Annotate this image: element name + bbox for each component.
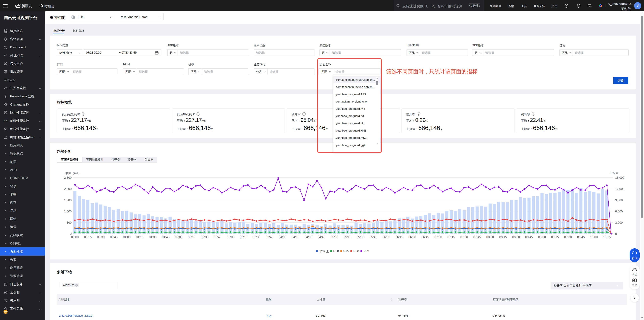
svg-text:01:15: 01:15 xyxy=(136,235,144,239)
svg-text:04:30: 04:30 xyxy=(305,235,312,239)
svg-text:500: 500 xyxy=(66,221,72,224)
svg-text:P50: P50 xyxy=(333,249,339,253)
svg-text:05:30: 05:30 xyxy=(356,235,364,239)
svg-text:08:00: 08:00 xyxy=(486,235,494,239)
svg-text:09:00: 09:00 xyxy=(538,235,546,239)
svg-text:12,000: 12,000 xyxy=(615,187,624,191)
svg-text:单位（ms）: 单位（ms） xyxy=(65,171,81,175)
svg-text:平均值: 平均值 xyxy=(319,249,329,253)
svg-text:0: 0 xyxy=(70,232,72,236)
svg-text:03:00: 03:00 xyxy=(227,235,234,239)
svg-text:P99: P99 xyxy=(364,249,369,253)
svg-text:07:30: 07:30 xyxy=(460,235,468,239)
svg-text:07:45: 07:45 xyxy=(473,235,481,239)
svg-text:09:15: 09:15 xyxy=(551,235,559,239)
svg-text:09:30: 09:30 xyxy=(564,235,572,239)
svg-text:AI: AI xyxy=(4,54,6,57)
svg-text:08:15: 08:15 xyxy=(499,235,507,239)
svg-text:02:45: 02:45 xyxy=(214,235,221,239)
svg-text:01:45: 01:45 xyxy=(162,235,170,239)
svg-text:06:30: 06:30 xyxy=(408,235,416,239)
svg-text:2,000: 2,000 xyxy=(64,187,72,191)
svg-text:05:15: 05:15 xyxy=(344,235,351,239)
svg-text:07:15: 07:15 xyxy=(448,235,455,239)
svg-text:02:30: 02:30 xyxy=(201,235,208,239)
svg-text:08:45: 08:45 xyxy=(525,235,533,239)
svg-text:04:45: 04:45 xyxy=(318,235,325,239)
svg-text:01:30: 01:30 xyxy=(149,235,156,239)
svg-text:06:45: 06:45 xyxy=(422,235,429,239)
svg-text:2,500: 2,500 xyxy=(64,176,72,179)
svg-text:00:15: 00:15 xyxy=(84,235,92,239)
svg-text:0: 0 xyxy=(615,232,617,236)
svg-text:00:45: 00:45 xyxy=(110,235,118,239)
svg-text:6,000: 6,000 xyxy=(615,210,623,213)
svg-text:9,000: 9,000 xyxy=(615,198,623,202)
svg-text:上报量: 上报量 xyxy=(610,171,619,175)
svg-text:02:15: 02:15 xyxy=(188,235,196,239)
svg-text:10:00: 10:00 xyxy=(590,235,598,239)
svg-text:03:15: 03:15 xyxy=(240,235,247,239)
svg-text:06:00: 06:00 xyxy=(382,235,390,239)
svg-text:15,000: 15,000 xyxy=(615,176,624,179)
svg-text:00:30: 00:30 xyxy=(97,235,105,239)
svg-text:06:15: 06:15 xyxy=(396,235,403,239)
svg-text:RUM: RUM xyxy=(4,120,8,122)
svg-text:04:00: 04:00 xyxy=(279,235,286,239)
svg-text:02:00: 02:00 xyxy=(175,235,182,239)
svg-text:08:30: 08:30 xyxy=(512,235,520,239)
svg-text:1,000: 1,000 xyxy=(64,210,72,213)
svg-text:05:00: 05:00 xyxy=(330,235,338,239)
svg-text:P75: P75 xyxy=(343,249,349,253)
svg-text:3,000: 3,000 xyxy=(615,221,623,224)
svg-text:P90: P90 xyxy=(353,249,359,253)
svg-text:1,500: 1,500 xyxy=(64,198,72,202)
svg-text:01:00: 01:00 xyxy=(123,235,130,239)
svg-text:07:00: 07:00 xyxy=(434,235,442,239)
svg-text:00:00: 00:00 xyxy=(71,235,79,239)
svg-text:03:45: 03:45 xyxy=(266,235,273,239)
svg-text:09:45: 09:45 xyxy=(577,235,585,239)
svg-text:03:30: 03:30 xyxy=(253,235,260,239)
svg-text:04:15: 04:15 xyxy=(292,235,299,239)
svg-text:05:45: 05:45 xyxy=(370,235,377,239)
svg-text:10:15: 10:15 xyxy=(603,235,611,239)
